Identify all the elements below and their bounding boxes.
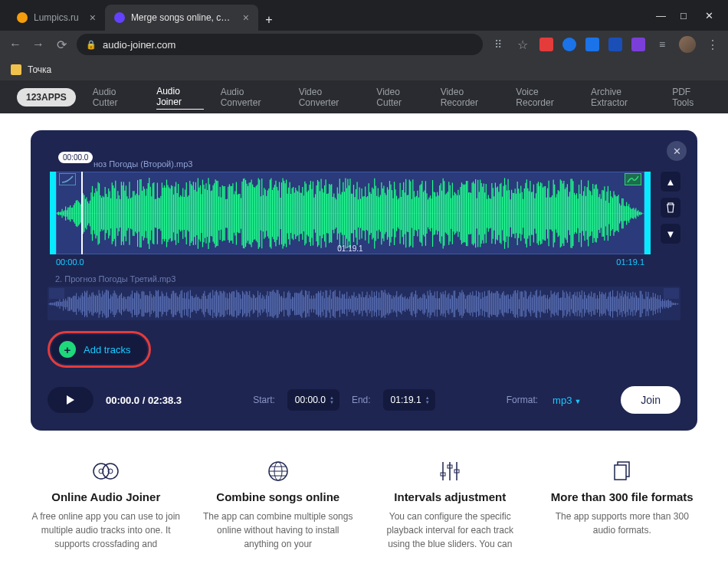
add-tracks-button[interactable]: + Add tracks — [51, 335, 147, 364]
crossfade-icon[interactable] — [625, 173, 641, 185]
svg-rect-1051 — [615, 465, 626, 480]
plus-icon: + — [59, 341, 76, 358]
browser-tab-inactive[interactable]: Lumpics.ru × — [8, 5, 105, 31]
trim-handle-left[interactable] — [50, 172, 56, 254]
waveform-2-svg — [48, 287, 680, 321]
waveform-track-1[interactable]: 01:19.1 — [48, 172, 653, 254]
start-label: Start: — [253, 395, 275, 405]
minimize-icon[interactable]: — — [656, 10, 665, 21]
move-up-button[interactable]: ▲ — [661, 172, 680, 192]
track-end-time: 01:19.1 — [616, 257, 644, 267]
tab-favicon — [114, 12, 125, 23]
feature-desc: The app can combine multiple songs onlin… — [203, 510, 354, 551]
end-label: End: — [352, 395, 371, 405]
fade-in-icon[interactable] — [49, 288, 64, 299]
nav-audio-joiner[interactable]: Audio Joiner — [156, 86, 204, 110]
tab-close-icon[interactable]: × — [90, 11, 96, 24]
extension-icon[interactable] — [539, 38, 553, 51]
play-icon — [66, 395, 75, 405]
menu-icon[interactable]: ⋮ — [705, 38, 720, 52]
star-icon[interactable]: ☆ — [515, 38, 530, 52]
time-row: 00:00.0 01:19.1 — [48, 254, 653, 267]
playhead-line[interactable] — [81, 172, 83, 254]
play-button[interactable] — [48, 387, 93, 413]
extension-icon[interactable] — [562, 38, 576, 51]
feature-item: Online Audio Joiner A free online app yo… — [31, 458, 182, 551]
reading-list-icon[interactable]: ≡ — [654, 38, 670, 51]
extension-icon[interactable] — [585, 38, 599, 51]
lock-icon: 🔒 — [86, 40, 97, 50]
delete-track-button[interactable] — [661, 198, 680, 218]
track-filename: ноз Погоды (Второй).mp3 — [93, 159, 653, 169]
feature-item: Combine songs online The app can combine… — [203, 458, 354, 551]
nav-video-cutter[interactable]: Video Cutter — [376, 87, 423, 108]
address-bar[interactable]: 🔒 audio-joiner.com — [77, 34, 483, 55]
join-button[interactable]: Join — [621, 386, 680, 414]
spinner-icon[interactable]: ▲▼ — [425, 391, 433, 409]
playhead-tooltip: 00:00.0 — [58, 152, 93, 163]
close-editor-button[interactable]: ✕ — [667, 141, 687, 161]
page-content: 123APPS Audio Cutter Audio Joiner Audio … — [0, 81, 728, 580]
nav-audio-converter[interactable]: Audio Converter — [221, 87, 282, 108]
reload-icon[interactable]: ⟳ — [54, 38, 69, 52]
track-2-filename: 2. Прогноз Погоды Третий.mp3 — [55, 274, 680, 283]
waveform-track-2[interactable] — [48, 287, 680, 320]
playback-time: 00:00.0 / 02:38.3 — [106, 395, 182, 406]
nav-video-converter[interactable]: Video Converter — [299, 87, 360, 108]
format-label: Format: — [507, 395, 538, 405]
files-icon — [547, 458, 698, 484]
translate-icon[interactable]: ⠿ — [490, 38, 506, 51]
features-row: Online Audio Joiner A free online app yo… — [0, 447, 728, 562]
tab-title: Lumpics.ru — [34, 12, 79, 23]
brand-logo[interactable]: 123APPS — [17, 88, 76, 106]
add-tracks-highlight: + Add tracks — [48, 331, 151, 368]
feature-desc: A free online app you can use to join mu… — [31, 510, 182, 551]
svg-point-1037 — [103, 464, 118, 479]
extensions-row: ⠿ ☆ ≡ ⋮ — [490, 36, 720, 53]
bookmark-label[interactable]: Точка — [28, 64, 51, 75]
start-time-input[interactable]: 00:00.0▲▼ — [287, 389, 339, 411]
feature-desc: You can configure the specific playback … — [375, 510, 526, 551]
feature-item: Intervals adjustment You can configure t… — [375, 458, 526, 551]
globe-icon — [203, 458, 354, 484]
browser-toolbar: ← → ⟳ 🔒 audio-joiner.com ⠿ ☆ ≡ ⋮ — [0, 31, 728, 58]
browser-tab-active[interactable]: Merge songs online, combine m × — [105, 5, 258, 31]
extension-icon[interactable] — [631, 38, 645, 51]
feature-desc: The app supports more than 300 audio for… — [547, 510, 698, 537]
fade-out-icon[interactable] — [664, 288, 679, 299]
extension-icon[interactable] — [608, 38, 622, 51]
trim-handle-right[interactable] — [644, 172, 651, 254]
move-down-button[interactable]: ▼ — [661, 224, 680, 244]
new-tab-button[interactable]: + — [258, 9, 280, 31]
format-select[interactable]: mp3▼ — [550, 393, 581, 407]
tab-close-icon[interactable]: × — [243, 11, 249, 24]
feature-title: Combine songs online — [203, 490, 354, 503]
nav-video-recorder[interactable]: Video Recorder — [441, 87, 500, 108]
track-tools: ▲ ▼ — [661, 159, 680, 267]
nav-voice-recorder[interactable]: Voice Recorder — [516, 87, 574, 108]
forward-icon[interactable]: → — [31, 38, 46, 51]
bookmarks-bar: Точка — [0, 58, 728, 81]
nav-audio-cutter[interactable]: Audio Cutter — [93, 87, 139, 108]
end-time-input[interactable]: 01:19.1▲▼ — [383, 389, 435, 411]
spinner-icon[interactable]: ▲▼ — [330, 391, 337, 409]
tab-favicon — [17, 12, 28, 23]
fade-in-icon[interactable] — [59, 173, 76, 185]
add-tracks-label: Add tracks — [84, 344, 130, 356]
sliders-icon — [375, 458, 526, 484]
track-start-time: 00:00.0 — [56, 257, 84, 267]
url-text: audio-joiner.com — [103, 39, 175, 51]
playback-controls: 00:00.0 / 02:38.3 Start: 00:00.0▲▼ End: … — [48, 386, 680, 414]
svg-point-1035 — [93, 464, 109, 479]
window-controls: — □ ✕ — [642, 10, 728, 21]
back-icon[interactable]: ← — [8, 38, 23, 51]
app-header: 123APPS Audio Cutter Audio Joiner Audio … — [0, 81, 728, 113]
profile-avatar[interactable] — [679, 36, 696, 53]
nav-pdf-tools[interactable]: PDF Tools — [672, 87, 711, 108]
audio-editor: ✕ 00:00.0 ноз Погоды (Второй).mp3 — [31, 130, 697, 431]
close-icon[interactable]: ✕ — [705, 10, 714, 21]
nav-archive-extractor[interactable]: Archive Extractor — [591, 87, 655, 108]
feature-item: More than 300 file formats The app suppo… — [547, 458, 698, 551]
joiner-icon — [31, 458, 182, 484]
maximize-icon[interactable]: □ — [680, 10, 690, 21]
